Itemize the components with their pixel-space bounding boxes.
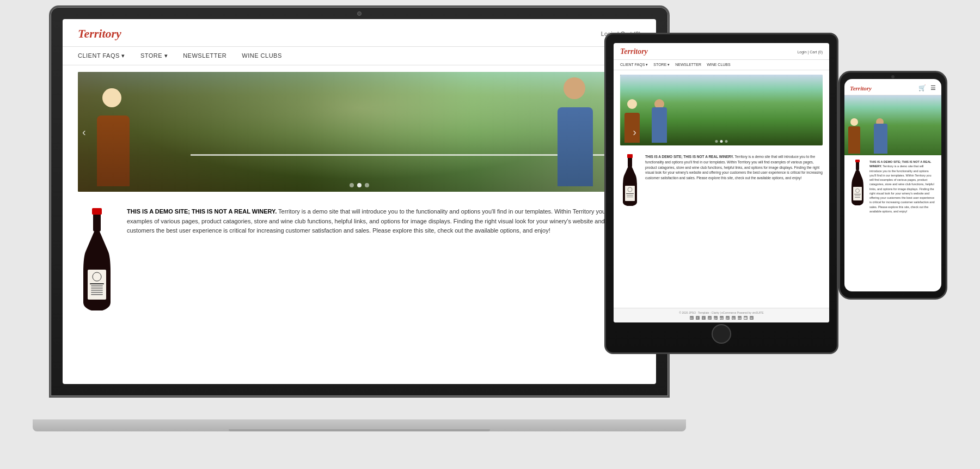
cart-icon[interactable]: 🛒 [918, 84, 926, 92]
tablet-slider-dots [715, 140, 728, 143]
svg-rect-23 [855, 197, 860, 198]
smartphone-camera [891, 75, 895, 78]
slider-dot-1[interactable] [350, 183, 354, 187]
svg-rect-6 [91, 288, 103, 289]
tablet-nav: CLIENT FAQS ▾ STORE ▾ NEWSLETTER WINE CL… [614, 60, 829, 70]
tablet-home-button[interactable] [712, 324, 731, 344]
svg-rect-5 [91, 285, 103, 287]
nav-item-newsletter[interactable]: NEWSLETTER [183, 52, 226, 59]
slider-dots [350, 183, 369, 187]
svg-rect-18 [855, 160, 860, 162]
phone-person-1 [847, 118, 862, 154]
laptop-content: THIS IS A DEMO SITE; THIS IS NOT A REAL … [63, 198, 656, 327]
tablet-dot-3[interactable] [725, 140, 728, 143]
phone-hero [844, 95, 941, 155]
svg-rect-1 [92, 208, 102, 215]
tablet-nav-newsletter[interactable]: NEWSLETTER [675, 63, 701, 67]
tablet-footer-text: © 2020 JPSO · Template - Clarity | eComm… [620, 311, 823, 314]
laptop-nav: CLIENT FAQS ▾ STORE ▾ NEWSLETTER WINE CL… [63, 47, 656, 65]
footer-icon-4: yt [708, 316, 712, 320]
content-heading: THIS IS A DEMO SITE; THIS IS NOT A REAL … [127, 208, 277, 215]
phone-bottle [850, 160, 865, 214]
svg-rect-4 [90, 283, 104, 284]
tablet-footer-icons: in f t yt g+ wp pi ig rss ☎ ✉ [620, 316, 823, 320]
phone-person-2 [873, 118, 889, 154]
laptop-body: Territory Login | Cart (0) CLIENT FAQS ▾… [49, 5, 670, 398]
svg-rect-22 [855, 196, 860, 196]
svg-rect-14 [626, 193, 634, 194]
laptop-screen: Territory Login | Cart (0) CLIENT FAQS ▾… [63, 19, 656, 384]
tablet-footer: © 2020 JPSO · Template - Clarity | eComm… [614, 308, 829, 322]
nav-item-faqs[interactable]: CLIENT FAQS ▾ [78, 52, 125, 59]
laptop-camera [357, 11, 362, 16]
tablet-nav-wine-clubs[interactable]: WINE CLUBS [707, 63, 731, 67]
laptop-content-text: THIS IS A DEMO SITE; THIS IS NOT A REAL … [127, 207, 641, 236]
tablet-screen: Territory Login | Cart (0) CLIENT FAQS ▾… [614, 43, 829, 322]
nav-item-store[interactable]: STORE ▾ [140, 52, 168, 59]
tablet-content-heading: THIS IS A DEMO SITE; THIS IS NOT A REAL … [645, 155, 734, 159]
footer-icon-8: ig [732, 316, 736, 320]
svg-rect-15 [627, 195, 633, 196]
tablet-hero-figures [623, 99, 669, 143]
footer-icon-2: f [696, 316, 700, 320]
slider-dot-3[interactable] [365, 183, 369, 187]
tablet-nav-store[interactable]: STORE ▾ [653, 63, 670, 67]
tablet-text: THIS IS A DEMO SITE; THIS IS NOT A REAL … [645, 154, 823, 211]
svg-rect-7 [91, 290, 103, 291]
svg-rect-11 [627, 154, 633, 158]
tablet-device: Territory Login | Cart (0) CLIENT FAQS ▾… [604, 33, 838, 354]
person-left-body [97, 115, 130, 186]
footer-icon-7: pi [726, 316, 730, 320]
phone-content: THIS IS A DEMO SITE; THIS IS NOT A REAL … [844, 155, 941, 218]
person-right-head [564, 77, 585, 99]
laptop-hero-slider: ‹ › [78, 72, 641, 192]
phone-icons: 🛒 ☰ [918, 84, 936, 92]
tablet-person1-head [627, 99, 637, 109]
laptop-base [33, 419, 686, 431]
laptop-device: Territory Login | Cart (0) CLIENT FAQS ▾… [49, 5, 670, 419]
footer-icon-5: g+ [714, 316, 718, 320]
phone-figures [847, 118, 889, 154]
tablet-dot-2[interactable] [720, 140, 723, 143]
svg-rect-9 [91, 294, 103, 295]
hero-person-right [554, 77, 597, 186]
tablet-hero [620, 75, 823, 145]
tablet-header-right[interactable]: Login | Cart (0) [797, 50, 823, 54]
tablet-nav-faqs[interactable]: CLIENT FAQS ▾ [620, 63, 648, 67]
phone-text: THIS IS A DEMO SITE; THIS IS NOT A REAL … [869, 160, 936, 214]
tablet-person-2 [650, 99, 669, 143]
phone-p1-head [850, 118, 858, 126]
tablet-logo[interactable]: Territory [620, 47, 648, 56]
nav-item-wine-clubs[interactable]: WINE CLUBS [242, 52, 281, 59]
tablet-bottle [620, 154, 640, 211]
phone-logo[interactable]: Territory [850, 85, 872, 92]
hero-person-left [89, 88, 138, 186]
smartphone-screen: Territory 🛒 ☰ [844, 79, 941, 291]
phone-p2-body [874, 124, 887, 154]
svg-rect-21 [854, 194, 861, 194]
svg-rect-2 [88, 270, 106, 300]
person-right-body [558, 107, 593, 186]
slider-arrow-left[interactable]: ‹ [82, 126, 86, 138]
phone-p1-body [848, 126, 860, 154]
tablet-person1-body [624, 113, 640, 143]
smartphone-body: Territory 🛒 ☰ [838, 71, 947, 300]
menu-icon[interactable]: ☰ [930, 84, 936, 92]
footer-icon-9: rss [738, 316, 742, 320]
slider-dot-2[interactable] [357, 183, 362, 187]
tablet-header: Territory Login | Cart (0) [614, 43, 829, 60]
slider-arrow-right[interactable]: › [633, 126, 636, 138]
phone-content-body: Territory is a demo site that will intro… [869, 165, 935, 213]
person-left-head [102, 88, 121, 107]
tablet-body: Territory Login | Cart (0) CLIENT FAQS ▾… [604, 33, 838, 354]
footer-icon-10: ☎ [744, 316, 748, 320]
site-header: Territory Login | Cart (0) [63, 19, 656, 47]
footer-icon-11: ✉ [750, 316, 754, 320]
phone-header: Territory 🛒 ☰ [844, 79, 941, 95]
svg-rect-16 [627, 197, 633, 197]
footer-icon-1: in [690, 316, 694, 320]
laptop-logo[interactable]: Territory [78, 27, 121, 41]
tablet-dot-1[interactable] [715, 140, 718, 143]
wine-bottle-image [78, 207, 116, 318]
tablet-content: THIS IS A DEMO SITE; THIS IS NOT A REAL … [614, 150, 829, 215]
